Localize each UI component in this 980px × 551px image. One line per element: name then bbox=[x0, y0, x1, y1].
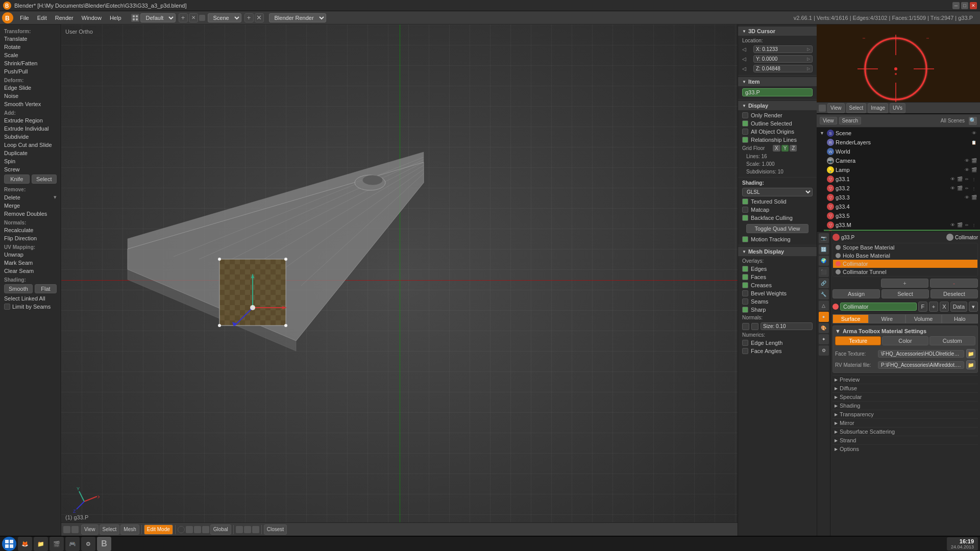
mat-f-btn[interactable]: F bbox=[918, 302, 927, 312]
edit-mode-btn[interactable]: Edit Mode bbox=[144, 524, 173, 535]
add-scene-button[interactable]: + bbox=[244, 13, 254, 22]
color-tab-btn[interactable]: Color bbox=[882, 336, 928, 345]
maximize-button[interactable]: □ bbox=[961, 2, 968, 9]
relationship-lines-checkbox[interactable] bbox=[742, 137, 748, 143]
halo-tab[interactable]: Halo bbox=[942, 314, 978, 323]
grid-z-btn[interactable]: Z bbox=[790, 145, 797, 152]
lamp-vis-eye[interactable]: 👁 bbox=[964, 167, 970, 173]
props-tab-material[interactable]: ● bbox=[819, 312, 829, 322]
proportional-icon[interactable] bbox=[194, 526, 201, 533]
solid-mode-icon[interactable] bbox=[63, 526, 70, 533]
outliner-item-g335[interactable]: ▽ g33.5 bbox=[824, 211, 980, 220]
windows-start-btn[interactable] bbox=[2, 537, 16, 551]
closest-btn[interactable]: Closest bbox=[264, 524, 287, 535]
remove-doubles-btn[interactable]: Remove Doubles bbox=[0, 210, 61, 218]
transform-icon[interactable] bbox=[202, 526, 209, 533]
add-material-btn[interactable]: + bbox=[881, 279, 929, 288]
edge-slide-btn[interactable]: Edge Slide bbox=[0, 84, 61, 92]
lamp-vis-render[interactable]: 🎬 bbox=[971, 167, 977, 173]
mini-image-btn[interactable]: Image bbox=[868, 103, 888, 113]
outliner-item-g33m[interactable]: ▽ g33.M 👁🎬✏⋮ bbox=[824, 220, 980, 230]
props-tab-world[interactable]: 🌍 bbox=[819, 256, 829, 266]
rv-material-value[interactable]: P:\FHQ_Accessories\AiM\reddot.rvmat bbox=[878, 361, 964, 369]
noise-btn[interactable]: Noise bbox=[0, 92, 61, 100]
mini-select-btn[interactable]: Select bbox=[846, 103, 867, 113]
scale-btn[interactable]: Scale bbox=[0, 51, 61, 59]
edges-checkbox[interactable] bbox=[742, 266, 748, 272]
taskbar-steam[interactable]: 🎮 bbox=[65, 537, 80, 551]
props-tab-modifier[interactable]: 🔧 bbox=[819, 289, 829, 299]
normals-face-icon[interactable] bbox=[751, 323, 758, 330]
props-tab-constraint[interactable]: 🔗 bbox=[819, 278, 829, 288]
subsurface-section[interactable]: ▶ Subsurface Scattering bbox=[832, 427, 978, 436]
unwrap-btn[interactable]: Unwrap bbox=[0, 251, 61, 259]
mat-plus-btn[interactable]: + bbox=[929, 302, 938, 312]
mesh-menu-btn[interactable]: Mesh bbox=[120, 524, 139, 535]
add-screen-button[interactable]: + bbox=[179, 13, 188, 22]
loop-cut-slide-btn[interactable]: Loop Cut and Slide bbox=[0, 141, 61, 149]
props-tab-texture[interactable]: 🎨 bbox=[819, 323, 829, 333]
props-tab-render[interactable]: 📷 bbox=[819, 233, 829, 243]
mat-x-btn[interactable]: X bbox=[940, 302, 949, 312]
clear-seam-btn[interactable]: Clear Seam bbox=[0, 267, 61, 275]
mini-vp-icon[interactable] bbox=[819, 105, 826, 112]
cursor-z-input[interactable]: Z: 0.04848 ▷ bbox=[753, 65, 813, 72]
sharp-checkbox[interactable] bbox=[742, 307, 748, 313]
g331-extra[interactable]: ✏ bbox=[964, 176, 970, 182]
preview-section[interactable]: ▶ Preview bbox=[832, 375, 978, 384]
grid-x-btn[interactable]: X bbox=[773, 145, 780, 152]
assign-btn[interactable]: Assign bbox=[832, 289, 880, 298]
grid-y-btn[interactable]: Y bbox=[781, 145, 789, 152]
outliner-search-icon[interactable]: 🔍 bbox=[969, 117, 977, 125]
specular-section[interactable]: ▶ Specular bbox=[832, 392, 978, 401]
smooth-shading-btn[interactable]: Smooth bbox=[4, 284, 33, 293]
volume-tab[interactable]: Volume bbox=[905, 314, 942, 323]
outliner-item-lamp[interactable]: 💡 Lamp 👁 🎬 bbox=[824, 165, 980, 174]
smooth-vertex-btn[interactable]: Smooth Vertex bbox=[0, 100, 61, 108]
textured-solid-checkbox[interactable] bbox=[742, 198, 748, 205]
all-origins-checkbox[interactable] bbox=[742, 129, 748, 135]
mesh-display-section[interactable]: ▼ Mesh Display bbox=[738, 247, 817, 256]
mini-viewport[interactable]: View Select Image UVs bbox=[817, 24, 980, 114]
props-tab-particles[interactable]: ✦ bbox=[819, 334, 829, 344]
mat-item-scope-base[interactable]: Scope Base Material bbox=[833, 243, 977, 252]
select-menu-btn[interactable]: Select bbox=[100, 524, 120, 535]
surface-tab[interactable]: Surface bbox=[832, 314, 869, 323]
menu-edit[interactable]: Edit bbox=[34, 14, 51, 22]
props-tab-mesh[interactable]: △ bbox=[819, 300, 829, 311]
options-section[interactable]: ▶ Options bbox=[832, 444, 978, 453]
outline-selected-checkbox[interactable] bbox=[742, 120, 748, 127]
face-texture-value[interactable]: \FHQ_Accessories\HOLOlreticle_ca.paa bbox=[878, 350, 964, 358]
cursor-section-title[interactable]: ▼ 3D Cursor bbox=[738, 27, 817, 36]
duplicate-btn[interactable]: Duplicate bbox=[0, 149, 61, 157]
recalculate-btn[interactable]: Recalculate bbox=[0, 226, 61, 234]
cursor-y-input[interactable]: Y: 0.0000 ▷ bbox=[753, 55, 813, 63]
snap-icon[interactable] bbox=[186, 526, 193, 533]
select-linked-btn[interactable]: Select Linked All bbox=[0, 294, 61, 303]
camera-vis-eye[interactable]: 👁 bbox=[964, 158, 970, 164]
layer2-icon[interactable] bbox=[244, 526, 251, 533]
only-render-checkbox[interactable] bbox=[742, 112, 748, 118]
mat-data-btn[interactable]: Data bbox=[950, 302, 967, 312]
normals-size-input[interactable]: Size: 0.10 bbox=[761, 322, 813, 330]
g331-render[interactable]: 🎬 bbox=[957, 176, 963, 182]
outliner-item-g334[interactable]: ▽ g33.4 bbox=[824, 202, 980, 211]
g331-extra2[interactable]: ⋮ bbox=[971, 176, 977, 182]
screen-layout-icon[interactable] bbox=[131, 14, 139, 22]
face-angles-checkbox[interactable] bbox=[742, 348, 748, 354]
wireframe-mode-icon[interactable] bbox=[71, 526, 79, 533]
outliner-item-g333[interactable]: ▽ g33.3 👁🎬 bbox=[824, 193, 980, 202]
layer3-icon[interactable] bbox=[252, 526, 259, 533]
outliner-item-camera[interactable]: 📷 Camera 👁 🎬 bbox=[824, 156, 980, 165]
taskbar-unknown[interactable]: ⚙ bbox=[81, 537, 95, 551]
renderlayers-extra-icon[interactable]: 📋 bbox=[971, 139, 977, 145]
flat-shading-btn[interactable]: Flat bbox=[35, 284, 57, 293]
remove-material-btn[interactable]: - bbox=[930, 279, 978, 288]
translate-btn[interactable]: Translate bbox=[0, 35, 61, 43]
face-texture-browse-btn[interactable]: 📁 bbox=[966, 349, 975, 358]
custom-tab-btn[interactable]: Custom bbox=[929, 336, 975, 345]
extrude-individual-btn[interactable]: Extrude Individual bbox=[0, 124, 61, 133]
camera-vis-render[interactable]: 🎬 bbox=[971, 158, 977, 164]
backface-culling-checkbox[interactable] bbox=[742, 215, 748, 221]
mark-seam-btn[interactable]: Mark Seam bbox=[0, 259, 61, 267]
